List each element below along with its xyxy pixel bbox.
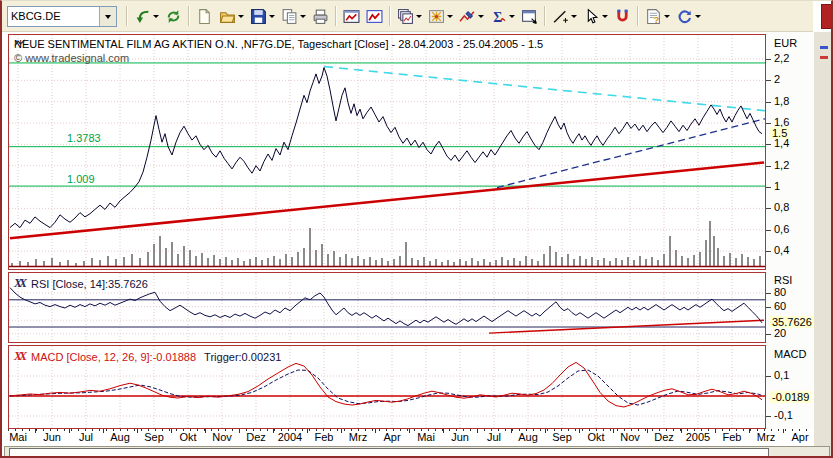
chart-layers-button[interactable]	[394, 2, 425, 30]
axis-tick	[766, 144, 771, 145]
chevron-down-icon	[153, 15, 159, 21]
window-edge-red-control[interactable]	[821, 4, 833, 29]
month-label: Aug	[511, 431, 545, 443]
macd-value-badge: -0.0189	[770, 391, 811, 403]
indicator-pen-icon	[459, 8, 476, 25]
axis-tick	[766, 307, 771, 308]
chevron-down-icon	[300, 15, 306, 21]
formula-sigma-button[interactable]: Σ	[487, 2, 518, 30]
right-edge-strip	[814, 32, 833, 458]
chevron-down-icon	[416, 15, 422, 21]
axis-tick	[766, 123, 771, 124]
open-folder-icon	[219, 8, 236, 25]
rsi-panel-title-row: XX RSI [Close, 14]:35.7626	[14, 276, 148, 291]
apply-green-arrow-icon	[134, 8, 151, 25]
month-label: Dez	[239, 431, 273, 443]
time-axis: MaiJunJulAugSepOktNovDez2004FebMrzAprMai…	[2, 429, 814, 445]
chevron-down-icon	[509, 15, 515, 21]
rsi-axis-tick-label: 20	[774, 327, 786, 339]
month-label: Mrz	[749, 431, 783, 443]
price-axis-tick-label: 0,6	[774, 223, 789, 235]
price-axis-tick-label: 2	[774, 73, 780, 85]
apply-green-arrow-button[interactable]	[131, 2, 162, 30]
chevron-down-icon	[602, 15, 608, 21]
svg-text:Σ: Σ	[493, 9, 502, 24]
month-label: Aug	[103, 431, 137, 443]
macd-trigger-title: Trigger:0.00231	[204, 351, 281, 363]
chart-window-blue-icon	[366, 8, 383, 25]
toolbar-separator	[126, 6, 128, 26]
open-folder-button[interactable]	[216, 2, 247, 30]
svg-text:?: ?	[654, 13, 660, 24]
axis-tick	[766, 230, 771, 231]
indicator-xx-icon: XX	[14, 276, 27, 291]
refresh-green-icon	[165, 8, 182, 25]
macd-panel: XX MACD [Close, 12, 26, 9]:-0.01888 Trig…	[8, 345, 766, 429]
axis-tick	[766, 166, 771, 167]
price-axis-tick-label: 1	[774, 180, 780, 192]
reload-blue-button[interactable]	[673, 2, 704, 30]
tradesignal-chart-window: Σ? NEUE SENTIMENTAL FILM AG AKTIEN O.N. …	[0, 0, 833, 458]
scrollbar-thumb[interactable]	[9, 448, 769, 457]
script-note-icon: ?	[645, 8, 662, 25]
macd-title: MACD [Close, 12, 26, 9]:-0.01888	[31, 351, 196, 363]
macd-panel-title-row: XX MACD [Close, 12, 26, 9]:-0.01888 Trig…	[14, 349, 281, 364]
price-panel-title-row: NEUE SENTIMENTAL FILM AG AKTIEN O.N. ,NF…	[14, 38, 543, 50]
toolbar-separator	[637, 6, 639, 26]
copy-pages-button[interactable]	[278, 2, 309, 30]
month-label: Jun	[35, 431, 69, 443]
toolbar-separator	[389, 6, 391, 26]
indicator-xx-icon: XX	[14, 349, 27, 364]
watermark: © www.tradesignal.com	[14, 52, 129, 64]
month-label: Nov	[613, 431, 647, 443]
value-axis-gutter: EUR2,221,81,61,41,210,80,60,41.5RSI80602…	[766, 32, 814, 445]
price-chart	[9, 35, 765, 269]
chart-window-blue-button[interactable]	[363, 2, 386, 30]
support-level-label-2: 1.009	[67, 173, 95, 185]
chevron-down-icon	[478, 15, 484, 21]
pointer-cursor-icon	[583, 8, 600, 25]
combobox-dropdown-button[interactable]	[99, 7, 116, 26]
chart-layers-icon	[397, 8, 414, 25]
month-label: 2005	[681, 431, 715, 443]
price-axis-tick-label: 1,2	[774, 159, 789, 171]
axis-tick	[766, 102, 771, 103]
pointer-cursor-button[interactable]	[580, 2, 611, 30]
month-label: Feb	[715, 431, 749, 443]
month-label: Jul	[477, 431, 511, 443]
properties-window-icon	[521, 8, 538, 25]
chart-style-button[interactable]	[425, 2, 456, 30]
axis-tick	[766, 208, 771, 209]
support-level-label-1: 1.3783	[67, 132, 101, 144]
symbol-combobox[interactable]	[7, 6, 117, 27]
macd-axis-tick-label: -0,1	[774, 409, 793, 421]
axis-tick	[766, 293, 771, 294]
chevron-down-icon	[664, 15, 670, 21]
chevron-down-icon	[571, 15, 577, 21]
chart-window-red-button[interactable]	[340, 2, 363, 30]
price-axis-tick-label: 2,2	[774, 52, 789, 64]
price-axis-tick-label: 1,8	[774, 95, 789, 107]
month-label: Dez	[647, 431, 681, 443]
new-document-button[interactable]	[193, 2, 216, 30]
refresh-green-button[interactable]	[162, 2, 185, 30]
properties-window-button[interactable]	[518, 2, 541, 30]
draw-line-button[interactable]	[549, 2, 580, 30]
indicator-pen-button[interactable]	[456, 2, 487, 30]
rsi-axis-tick-label: 60	[774, 300, 786, 312]
copy-pages-icon	[281, 8, 298, 25]
horizontal-scrollbar[interactable]	[4, 446, 830, 457]
month-label: Okt	[579, 431, 613, 443]
script-note-button[interactable]: ?	[642, 2, 673, 30]
rsi-value-badge: 35.7626	[770, 316, 814, 328]
axis-tick	[766, 416, 771, 417]
chart-style-icon	[428, 8, 445, 25]
print-button[interactable]	[309, 2, 332, 30]
save-floppy-button[interactable]	[247, 2, 278, 30]
toolbar-separator	[188, 6, 190, 26]
draw-line-icon	[552, 8, 569, 25]
magnet-button[interactable]	[611, 2, 634, 30]
save-floppy-icon	[250, 8, 267, 25]
month-label: Apr	[783, 431, 814, 443]
symbol-input[interactable]	[8, 7, 99, 26]
